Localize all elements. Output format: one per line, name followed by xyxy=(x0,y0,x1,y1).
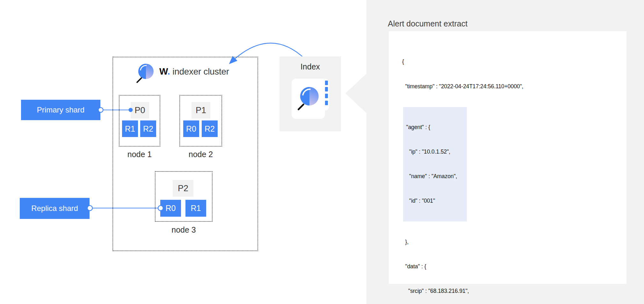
node-label: node 1 xyxy=(119,150,160,159)
json-line: "srcip" : "68.183.216.91", xyxy=(402,287,552,295)
json-code-block: { "timestamp" : "2022-04-24T17:24:56.110… xyxy=(402,41,552,304)
node-label: node 2 xyxy=(179,150,222,159)
magnifier-shine xyxy=(299,85,320,107)
cluster-title: W.indexer cluster xyxy=(159,66,229,77)
node-box-2: P1 R0 R2 xyxy=(179,95,222,147)
replica-shard-chip: R1 xyxy=(122,120,138,137)
wazuh-logo-dot: . xyxy=(167,66,170,76)
document-dash-icon xyxy=(325,101,328,105)
index-label: Index xyxy=(279,62,341,71)
replica-shard-chip: R2 xyxy=(140,120,156,137)
magnifier-shine xyxy=(137,62,154,79)
json-line: }, xyxy=(402,238,552,246)
document-dash-icon xyxy=(325,94,328,98)
json-line: { xyxy=(402,58,552,66)
panel-notch-pointer xyxy=(345,74,366,113)
alert-panel-title: Alert document extract xyxy=(388,19,467,28)
primary-shard-chip: P2 xyxy=(173,180,193,197)
index-box: Index xyxy=(279,56,341,131)
highlight-agent-block: "agent" : { "ip" : "10.0.1.52", "name" :… xyxy=(403,107,467,222)
wazuh-magnifier-icon xyxy=(138,64,154,79)
json-line: "timestamp" : "2022-04-24T17:24:56.110+0… xyxy=(402,83,552,91)
wazuh-logo-letter: W xyxy=(159,66,167,76)
node-box-3: P2 R0 R1 xyxy=(155,171,213,222)
primary-shard-chip: P1 xyxy=(192,102,210,119)
alert-document-card: { "timestamp" : "2022-04-24T17:24:56.110… xyxy=(389,31,626,284)
primary-shard-chip: P0 xyxy=(131,102,149,119)
replica-shard-chip: R1 xyxy=(185,200,206,217)
replica-shard-chip: R2 xyxy=(202,120,218,137)
document-dash-icon xyxy=(325,81,328,85)
node-box-1: P0 R1 R2 xyxy=(119,95,160,147)
cluster-header: W.indexer cluster xyxy=(138,64,229,79)
document-dash-icon xyxy=(325,87,328,91)
replica-shard-chip: R0 xyxy=(183,120,199,137)
cluster-title-label: indexer cluster xyxy=(172,67,229,76)
json-line: "data" : { xyxy=(402,263,552,271)
wazuh-indexer-shard-diagram: W.indexer cluster P0 R1 R2 node 1 P1 R0 … xyxy=(0,0,644,304)
node-label: node 3 xyxy=(155,225,213,235)
primary-shard-callout: Primary shard xyxy=(21,100,100,120)
json-line: "ip" : "10.0.1.52", xyxy=(403,148,467,156)
index-magnifier-icon xyxy=(300,87,319,105)
replica-shard-chip: R0 xyxy=(160,200,181,217)
json-line: "agent" : { xyxy=(403,123,467,132)
json-line: "id" : "001" xyxy=(403,197,467,205)
json-line: "name" : "Amazon", xyxy=(403,172,467,181)
replica-shard-callout: Replica shard xyxy=(20,198,90,219)
